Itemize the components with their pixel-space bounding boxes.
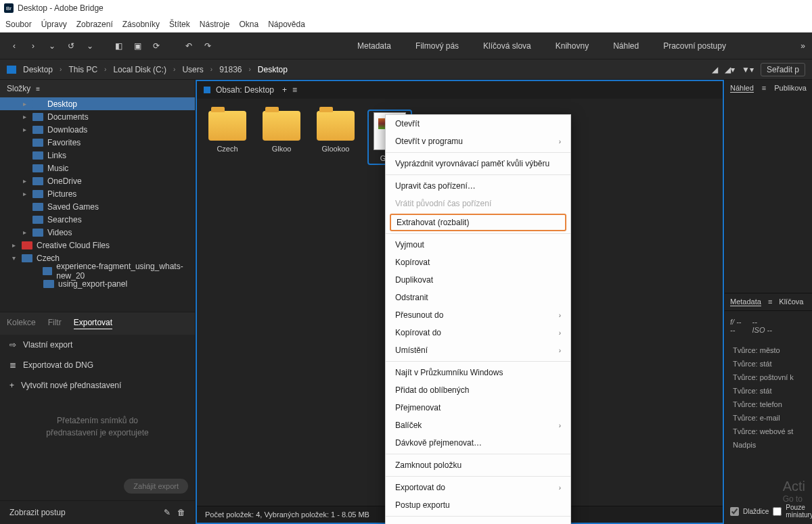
context-menu-item[interactable]: Dávkově přejmenovat… [386,434,570,452]
context-menu-item[interactable]: Najít v Průzkumníku Windows [386,364,570,381]
context-menu-item[interactable]: Otevřít [386,115,570,133]
file-item[interactable]: Glookoo [315,111,357,153]
toolbar: ‹ › ⌄ ↺ ⌄ ◧ ▣ ⟳ ↶ ↷ Metadata Filmový pás… [0,32,812,59]
tree-item[interactable]: ▸Desktop [0,97,195,110]
workspace-keywords[interactable]: Klíčová slova [483,41,531,51]
tree-item[interactable]: ▸OneDrive [0,174,195,187]
menu-stitek[interactable]: Štítek [169,20,190,29]
tab-publikovat[interactable]: Publikova [774,84,807,93]
nav-forward-button[interactable]: › [26,39,41,53]
thumbs-checkbox[interactable] [773,507,782,516]
tree-item[interactable]: ▸Creative Cloud Files [0,239,195,252]
menu-nastroje[interactable]: Nástroje [200,20,230,29]
bc-current[interactable]: Desktop [258,65,288,74]
export-own[interactable]: ⇨Vlastní export [0,335,195,355]
nav-back-button[interactable]: ‹ [7,39,22,53]
meta-menu-icon[interactable]: ≡ [768,297,772,306]
context-menu-item[interactable]: Postup exportu [386,496,570,514]
show-progress-link[interactable]: Zobrazit postup [9,508,66,517]
menu-upravy[interactable]: Úpravy [41,20,67,29]
workspace-workflows[interactable]: Pracovní postupy [663,41,726,51]
bc-users[interactable]: Users [182,65,203,74]
bc-localdisk[interactable]: Local Disk (C:) [113,65,166,74]
rotate-ccw-icon[interactable]: ↶ [181,39,196,53]
desktop-icon [7,66,16,74]
output-icon[interactable]: ▣ [130,39,145,53]
context-menu-item[interactable]: Přesunout do› [386,306,570,324]
context-menu-item[interactable]: Extrahovat (rozbalit) [390,214,566,231]
export-new-preset[interactable]: +Vytvořit nové přednastavení [0,375,195,396]
context-menu-item[interactable]: Pracovní postupy› [386,519,570,524]
context-menu-item[interactable]: Vyprázdnit vyrovnávací paměť kvůli výběr… [386,155,570,172]
menu-zobrazeni[interactable]: Zobrazení [76,20,113,29]
menu-separator [386,174,570,175]
context-menu-item[interactable]: Umístění› [386,341,570,359]
tree-item[interactable]: Saved Games [0,200,195,213]
workspace-preview[interactable]: Náhled [613,41,639,51]
context-menu-item[interactable]: Přejmenovat [386,399,570,416]
tab-filtr[interactable]: Filtr [48,318,62,329]
tab-kolekce[interactable]: Kolekce [7,318,36,329]
edit-icon[interactable]: ✎ [164,508,171,517]
tab-exportovat[interactable]: Exportovat [74,318,112,329]
context-menu-item[interactable]: Zamknout položku [386,456,570,474]
tab-nahled[interactable]: Náhled [730,84,754,93]
funnel-filter-icon[interactable]: ▼▾ [742,65,754,74]
bc-thispc[interactable]: This PC [68,65,97,74]
context-menu-item[interactable]: Duplikovat [386,271,570,289]
folder-icon [32,113,43,121]
tree-item[interactable]: ▸Pictures [0,187,195,200]
run-export-button[interactable]: Zahájit export [124,479,188,494]
context-menu-item[interactable]: Balíček› [386,416,570,434]
tree-item[interactable]: ▸Videos [0,226,195,239]
context-menu-item[interactable]: Odstranit [386,289,570,306]
menu-okna[interactable]: Okna [239,20,258,29]
tab-klicova[interactable]: Klíčova [779,297,803,306]
menu-napoveda[interactable]: Nápověda [268,20,305,29]
tree-item[interactable]: Favorites [0,136,195,149]
tree-item[interactable]: Music [0,162,195,174]
bc-desktop[interactable]: Desktop [23,65,53,74]
rotate-cw-icon[interactable]: ↷ [200,39,215,53]
workspace-libraries[interactable]: Knihovny [556,41,589,51]
meta-row: Tvůrce: město [725,343,812,357]
content-add-icon[interactable]: + [282,85,287,95]
context-menu-item[interactable]: Upravit čas pořízení… [386,177,570,195]
tiles-checkbox[interactable] [730,507,739,516]
tree-item[interactable]: Links [0,149,195,162]
context-menu-item[interactable]: Přidat do oblíbených [386,381,570,399]
file-item[interactable]: Glkoo [261,111,302,153]
context-menu-item[interactable]: Exportovat do› [386,479,570,496]
nav-up-dropdown[interactable]: ⌄ [45,39,60,53]
trash-icon[interactable]: 🗑 [177,508,185,517]
folders-panel-header[interactable]: Složky ≡ [0,80,195,97]
menu-zasobniky[interactable]: Zásobníky [122,20,160,29]
tree-item[interactable]: ▸Downloads [0,123,195,136]
export-dng[interactable]: ≣Exportovat do DNG [0,355,195,375]
nahled-menu-icon[interactable]: ≡ [762,84,766,93]
file-item[interactable]: Czech [206,111,248,153]
star-filter-icon[interactable]: ◢▾ [725,65,735,74]
tree-item[interactable]: experience-fragment_using_whats-new_20 [0,264,195,277]
context-menu-item[interactable]: Vyjmout [386,236,570,254]
bc-userid[interactable]: 91836 [219,65,242,74]
content-menu-icon[interactable]: ≡ [292,85,297,95]
refresh-icon[interactable]: ⟳ [149,39,164,53]
context-menu-item[interactable]: Kopírovat do› [386,324,570,341]
workspace-filmstrip[interactable]: Filmový pás [415,41,459,51]
tree-item[interactable]: Searches [0,213,195,226]
folder-icon [32,139,43,147]
tab-metadata[interactable]: Metadata [730,297,761,306]
more-workspaces-icon[interactable]: » [800,41,805,51]
menu-soubor[interactable]: Soubor [5,20,32,29]
context-menu-item[interactable]: Kopírovat [386,254,570,271]
camera-import-icon[interactable]: ◧ [111,39,126,53]
context-menu-item[interactable]: Otevřít v programu› [386,133,570,150]
folders-menu-icon[interactable]: ≡ [36,85,40,93]
recent-icon[interactable]: ↺ [64,39,78,53]
thumb-size-icon[interactable]: ◢ [712,65,718,74]
workspace-metadata[interactable]: Metadata [357,41,391,51]
sort-button[interactable]: Seřadit p [761,63,805,76]
recent-drop-icon[interactable]: ⌄ [83,39,97,53]
tree-item[interactable]: ▸Documents [0,110,195,123]
